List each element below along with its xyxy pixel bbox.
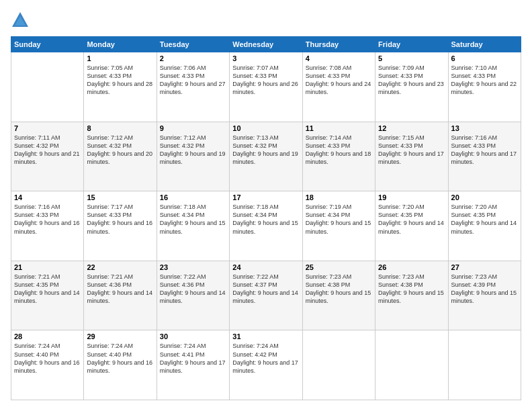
calendar-table: SundayMondayTuesdayWednesdayThursdayFrid…	[11, 36, 521, 400]
day-sun-info: Sunrise: 7:13 AMSunset: 4:32 PMDaylight:…	[232, 134, 299, 167]
calendar-day-cell: 18Sunrise: 7:19 AMSunset: 4:34 PMDayligh…	[302, 191, 375, 261]
calendar-day-cell: 5Sunrise: 7:09 AMSunset: 4:33 PMDaylight…	[375, 52, 448, 122]
day-sun-info: Sunrise: 7:22 AMSunset: 4:36 PMDaylight:…	[160, 273, 226, 306]
day-number: 27	[451, 263, 518, 271]
day-number: 15	[87, 193, 153, 201]
day-sun-info: Sunrise: 7:22 AMSunset: 4:37 PMDaylight:…	[232, 273, 299, 306]
calendar-day-cell: 11Sunrise: 7:14 AMSunset: 4:33 PMDayligh…	[302, 122, 375, 191]
day-sun-info: Sunrise: 7:20 AMSunset: 4:35 PMDaylight:…	[451, 203, 518, 236]
day-sun-info: Sunrise: 7:15 AMSunset: 4:33 PMDaylight:…	[378, 134, 445, 167]
logo	[11, 11, 32, 30]
calendar-day-cell: 29Sunrise: 7:24 AMSunset: 4:40 PMDayligh…	[84, 330, 157, 400]
day-sun-info: Sunrise: 7:07 AMSunset: 4:33 PMDaylight:…	[232, 64, 299, 97]
calendar-day-cell: 2Sunrise: 7:06 AMSunset: 4:33 PMDaylight…	[157, 52, 229, 122]
day-number: 21	[14, 263, 81, 271]
day-sun-info: Sunrise: 7:18 AMSunset: 4:34 PMDaylight:…	[232, 203, 299, 236]
day-number: 29	[87, 332, 153, 340]
calendar-day-cell: 31Sunrise: 7:24 AMSunset: 4:42 PMDayligh…	[230, 330, 302, 400]
day-number: 7	[14, 124, 81, 132]
calendar-day-cell: 23Sunrise: 7:22 AMSunset: 4:36 PMDayligh…	[157, 261, 229, 330]
day-sun-info: Sunrise: 7:08 AMSunset: 4:33 PMDaylight:…	[306, 64, 372, 97]
calendar-day-cell: 30Sunrise: 7:24 AMSunset: 4:41 PMDayligh…	[157, 330, 229, 400]
day-sun-info: Sunrise: 7:12 AMSunset: 4:32 PMDaylight:…	[87, 134, 153, 167]
day-number: 20	[451, 193, 518, 201]
weekday-header-tuesday: Tuesday	[157, 37, 229, 52]
calendar-day-cell: 6Sunrise: 7:10 AMSunset: 4:33 PMDaylight…	[448, 52, 521, 122]
day-sun-info: Sunrise: 7:21 AMSunset: 4:36 PMDaylight:…	[87, 273, 153, 306]
calendar-day-cell: 20Sunrise: 7:20 AMSunset: 4:35 PMDayligh…	[448, 191, 521, 261]
day-number: 31	[232, 332, 299, 340]
calendar-day-cell: 4Sunrise: 7:08 AMSunset: 4:33 PMDaylight…	[302, 52, 375, 122]
weekday-header-thursday: Thursday	[302, 37, 375, 52]
weekday-header-friday: Friday	[375, 37, 448, 52]
calendar-day-cell: 9Sunrise: 7:12 AMSunset: 4:32 PMDaylight…	[157, 122, 229, 191]
day-sun-info: Sunrise: 7:10 AMSunset: 4:33 PMDaylight:…	[451, 64, 518, 97]
calendar-day-cell: 10Sunrise: 7:13 AMSunset: 4:32 PMDayligh…	[230, 122, 302, 191]
day-sun-info: Sunrise: 7:24 AMSunset: 4:41 PMDaylight:…	[160, 342, 226, 375]
calendar-day-cell: 3Sunrise: 7:07 AMSunset: 4:33 PMDaylight…	[230, 52, 302, 122]
day-number: 19	[378, 193, 445, 201]
day-number: 24	[232, 263, 299, 271]
weekday-header-monday: Monday	[84, 37, 157, 52]
day-sun-info: Sunrise: 7:09 AMSunset: 4:33 PMDaylight:…	[378, 64, 445, 97]
calendar-week-row: 7Sunrise: 7:11 AMSunset: 4:32 PMDaylight…	[11, 122, 521, 191]
calendar-day-cell: 19Sunrise: 7:20 AMSunset: 4:35 PMDayligh…	[375, 191, 448, 261]
calendar-day-cell: 17Sunrise: 7:18 AMSunset: 4:34 PMDayligh…	[230, 191, 302, 261]
calendar-day-cell: 15Sunrise: 7:17 AMSunset: 4:33 PMDayligh…	[84, 191, 157, 261]
calendar-day-cell: 16Sunrise: 7:18 AMSunset: 4:34 PMDayligh…	[157, 191, 229, 261]
day-sun-info: Sunrise: 7:05 AMSunset: 4:33 PMDaylight:…	[87, 64, 153, 97]
calendar-week-row: 14Sunrise: 7:16 AMSunset: 4:33 PMDayligh…	[11, 191, 521, 261]
day-number: 10	[232, 124, 299, 132]
weekday-header-wednesday: Wednesday	[230, 37, 302, 52]
empty-cell	[11, 52, 84, 122]
calendar-day-cell: 24Sunrise: 7:22 AMSunset: 4:37 PMDayligh…	[230, 261, 302, 330]
calendar-day-cell: 14Sunrise: 7:16 AMSunset: 4:33 PMDayligh…	[11, 191, 84, 261]
day-number: 2	[160, 54, 226, 62]
day-sun-info: Sunrise: 7:14 AMSunset: 4:33 PMDaylight:…	[306, 134, 372, 167]
day-number: 26	[378, 263, 445, 271]
calendar-day-cell: 12Sunrise: 7:15 AMSunset: 4:33 PMDayligh…	[375, 122, 448, 191]
day-sun-info: Sunrise: 7:24 AMSunset: 4:42 PMDaylight:…	[232, 342, 299, 375]
day-number: 18	[306, 193, 372, 201]
day-number: 8	[87, 124, 153, 132]
day-number: 11	[306, 124, 372, 132]
day-sun-info: Sunrise: 7:12 AMSunset: 4:32 PMDaylight:…	[160, 134, 226, 167]
day-sun-info: Sunrise: 7:16 AMSunset: 4:33 PMDaylight:…	[451, 134, 518, 167]
day-sun-info: Sunrise: 7:19 AMSunset: 4:34 PMDaylight:…	[306, 203, 372, 236]
day-number: 22	[87, 263, 153, 271]
day-sun-info: Sunrise: 7:17 AMSunset: 4:33 PMDaylight:…	[87, 203, 153, 236]
calendar-day-cell: 13Sunrise: 7:16 AMSunset: 4:33 PMDayligh…	[448, 122, 521, 191]
day-number: 14	[14, 193, 81, 201]
day-sun-info: Sunrise: 7:24 AMSunset: 4:40 PMDaylight:…	[87, 342, 153, 375]
day-sun-info: Sunrise: 7:18 AMSunset: 4:34 PMDaylight:…	[160, 203, 226, 236]
calendar-day-cell: 26Sunrise: 7:23 AMSunset: 4:38 PMDayligh…	[375, 261, 448, 330]
day-sun-info: Sunrise: 7:24 AMSunset: 4:40 PMDaylight:…	[14, 342, 81, 375]
calendar-week-row: 1Sunrise: 7:05 AMSunset: 4:33 PMDaylight…	[11, 52, 521, 122]
day-sun-info: Sunrise: 7:21 AMSunset: 4:35 PMDaylight:…	[14, 273, 81, 306]
calendar-week-row: 21Sunrise: 7:21 AMSunset: 4:35 PMDayligh…	[11, 261, 521, 330]
day-number: 17	[232, 193, 299, 201]
day-number: 28	[14, 332, 81, 340]
calendar-day-cell: 22Sunrise: 7:21 AMSunset: 4:36 PMDayligh…	[84, 261, 157, 330]
calendar-week-row: 28Sunrise: 7:24 AMSunset: 4:40 PMDayligh…	[11, 330, 521, 400]
empty-cell	[448, 330, 521, 400]
day-sun-info: Sunrise: 7:06 AMSunset: 4:33 PMDaylight:…	[160, 64, 226, 97]
day-sun-info: Sunrise: 7:20 AMSunset: 4:35 PMDaylight:…	[378, 203, 445, 236]
day-number: 30	[160, 332, 226, 340]
weekday-header-sunday: Sunday	[11, 37, 84, 52]
day-number: 5	[378, 54, 445, 62]
weekday-header-saturday: Saturday	[448, 37, 521, 52]
header	[11, 11, 521, 30]
day-sun-info: Sunrise: 7:16 AMSunset: 4:33 PMDaylight:…	[14, 203, 81, 236]
day-number: 1	[87, 54, 153, 62]
day-number: 6	[451, 54, 518, 62]
page: SundayMondayTuesdayWednesdayThursdayFrid…	[0, 0, 532, 411]
day-number: 9	[160, 124, 226, 132]
day-sun-info: Sunrise: 7:23 AMSunset: 4:39 PMDaylight:…	[451, 273, 518, 306]
day-number: 3	[232, 54, 299, 62]
weekday-header-row: SundayMondayTuesdayWednesdayThursdayFrid…	[11, 37, 521, 52]
logo-icon	[11, 11, 30, 30]
day-number: 25	[306, 263, 372, 271]
empty-cell	[302, 330, 375, 400]
calendar-day-cell: 7Sunrise: 7:11 AMSunset: 4:32 PMDaylight…	[11, 122, 84, 191]
